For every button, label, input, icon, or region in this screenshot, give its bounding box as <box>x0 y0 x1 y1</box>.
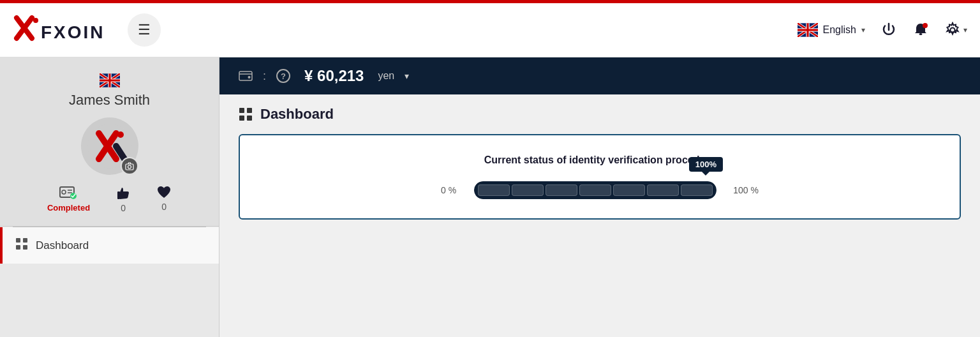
logo-svg: FXOIN <box>13 14 115 46</box>
likes-count: 0 <box>121 203 126 213</box>
progress-end-label: 100 % <box>727 185 759 195</box>
progress-row: 0 % 100% 10 <box>265 181 934 199</box>
user-stats: Completed 0 0 <box>47 185 172 213</box>
svg-rect-12 <box>806 23 808 36</box>
svg-rect-40 <box>23 238 27 243</box>
dashboard-menu-label: Dashboard <box>36 239 89 252</box>
svg-point-14 <box>923 23 928 28</box>
svg-rect-47 <box>239 116 244 121</box>
progress-track: 100% <box>474 181 716 199</box>
nav-right: English ▾ ▾ <box>798 22 967 38</box>
top-navigation: FXOIN ☰ English ▾ <box>0 0 980 57</box>
wallet-icon <box>239 71 253 81</box>
svg-rect-45 <box>239 108 244 113</box>
language-chevron-icon: ▾ <box>861 26 865 34</box>
hamburger-icon: ☰ <box>138 22 151 38</box>
camera-icon <box>125 161 134 170</box>
likes-stat[interactable]: 0 <box>115 185 131 213</box>
svg-point-31 <box>128 165 131 168</box>
svg-rect-24 <box>108 73 110 87</box>
progress-segment-7 <box>681 184 713 196</box>
balance-unit: yen <box>378 70 394 82</box>
dashboard-header: Dashboard <box>219 94 980 134</box>
svg-point-44 <box>248 76 251 79</box>
svg-rect-41 <box>16 245 20 250</box>
dashboard-icon <box>239 107 253 121</box>
notifications-button[interactable] <box>912 22 929 38</box>
progress-segment-1 <box>478 184 510 196</box>
dashboard-title: Dashboard <box>260 106 334 123</box>
kyc-label: Completed <box>47 203 90 213</box>
balance-colon: : <box>263 70 266 83</box>
balance-help-button[interactable]: ? <box>276 69 290 83</box>
balance-bar: : ? ¥ 60,213 yen ▾ <box>219 57 980 94</box>
svg-point-29 <box>117 131 124 138</box>
svg-rect-48 <box>247 116 252 121</box>
svg-point-2 <box>33 18 38 23</box>
svg-rect-42 <box>23 245 27 250</box>
thumbs-up-icon <box>115 185 131 200</box>
power-button[interactable] <box>880 22 897 38</box>
language-name: English <box>823 24 856 36</box>
language-selector[interactable]: English ▾ <box>798 23 865 37</box>
user-section: James Smith <box>0 57 219 227</box>
progress-segment-5 <box>613 184 645 196</box>
kyc-stat[interactable]: Completed <box>47 185 90 213</box>
svg-rect-38 <box>117 191 120 199</box>
hamburger-button[interactable]: ☰ <box>128 13 161 47</box>
grid-icon <box>15 237 28 250</box>
logo: FXOIN <box>13 14 115 46</box>
sidebar-item-dashboard[interactable]: Dashboard <box>0 227 219 264</box>
settings-chevron-icon: ▾ <box>963 26 967 34</box>
user-flag <box>100 70 120 88</box>
progress-bar-fill <box>474 181 716 199</box>
user-flag-icon <box>100 73 120 87</box>
user-name: James Smith <box>69 92 150 109</box>
progress-segment-3 <box>546 184 577 196</box>
verification-title: Current status of identity verification … <box>265 154 934 166</box>
content-area: : ? ¥ 60,213 yen ▾ Dashboard Current sta… <box>219 57 980 337</box>
progress-segment-4 <box>579 184 611 196</box>
progress-segment-2 <box>512 184 544 196</box>
gear-icon <box>944 22 961 38</box>
verification-card: Current status of identity verification … <box>239 134 961 220</box>
progress-start-label: 0 % <box>441 185 464 195</box>
svg-rect-39 <box>16 238 20 243</box>
change-avatar-button[interactable] <box>121 157 138 175</box>
nav-left: FXOIN ☰ <box>13 13 161 47</box>
svg-rect-43 <box>239 71 252 80</box>
balance-chevron-icon[interactable]: ▾ <box>405 71 409 81</box>
settings-button[interactable]: ▾ <box>944 22 967 38</box>
heart-icon <box>156 185 172 199</box>
svg-text:FXOIN: FXOIN <box>41 22 105 42</box>
svg-point-13 <box>919 33 923 35</box>
svg-rect-46 <box>247 108 252 113</box>
svg-rect-30 <box>126 164 133 170</box>
avatar-wrapper <box>81 117 138 175</box>
sidebar: James Smith <box>0 57 219 337</box>
id-card-check-icon <box>59 185 77 200</box>
progress-bar-background <box>474 181 716 199</box>
svg-point-33 <box>62 190 66 194</box>
uk-flag-icon <box>798 23 818 37</box>
dashboard-grid-icon <box>15 237 28 253</box>
progress-tooltip: 100% <box>689 157 723 172</box>
favorites-stat[interactable]: 0 <box>156 185 172 212</box>
favorites-count: 0 <box>161 202 167 212</box>
progress-segment-6 <box>647 184 679 196</box>
bell-icon <box>912 22 929 38</box>
power-icon <box>880 22 897 38</box>
main-layout: James Smith <box>0 57 980 337</box>
balance-amount: ¥ 60,213 <box>304 67 364 85</box>
